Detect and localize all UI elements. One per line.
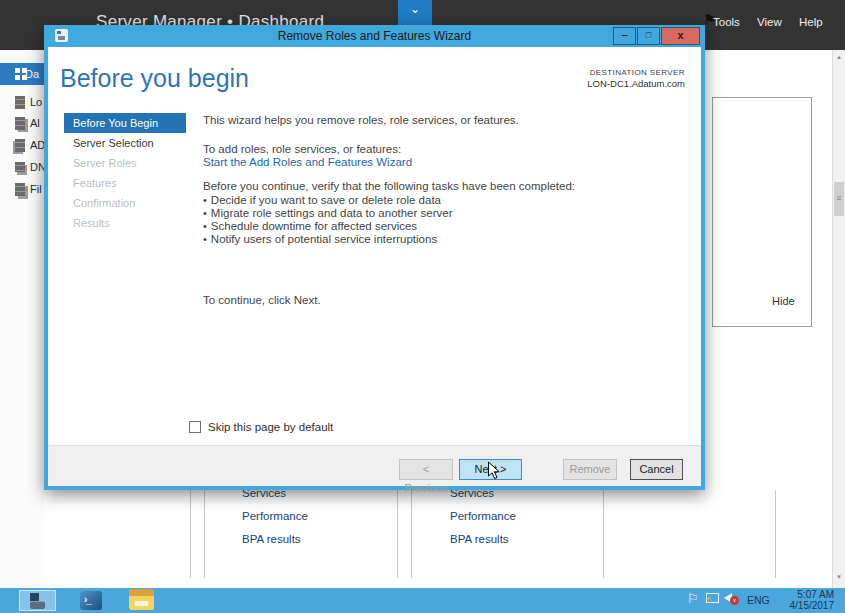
destination-server-value: LON-DC1.Adatum.com: [587, 78, 685, 89]
sidebar-item-all-servers[interactable]: Al: [0, 112, 44, 134]
network-status-icon[interactable]: ⚠: [706, 593, 719, 603]
tile-divider: [204, 490, 205, 578]
task-item: •Migrate role settings and data to anoth…: [203, 207, 453, 219]
file-explorer-body: [129, 596, 154, 610]
language-indicator[interactable]: ENG: [747, 594, 770, 606]
scrollbar-thumb[interactable]: ≡: [834, 182, 844, 216]
remove-roles-wizard-dialog: Remove Roles and Features Wizard – □ x B…: [44, 25, 705, 490]
bullet: •: [203, 194, 207, 206]
file-explorer-icon[interactable]: [129, 589, 154, 610]
dashboard-grid-icon: [15, 68, 20, 73]
step-results: Results: [64, 213, 186, 233]
menu-view[interactable]: View: [757, 16, 782, 28]
server-manager-toolbox-icon: [30, 601, 45, 609]
mute-badge: x: [730, 596, 739, 605]
sidebar-item-label: Da: [25, 68, 39, 80]
wizard-steps: Before You Begin Server Selection Server…: [64, 113, 186, 233]
clock[interactable]: 5:07 AM 4/15/2017: [780, 589, 834, 611]
bullet: •: [203, 207, 207, 219]
step-server-selection[interactable]: Server Selection: [64, 133, 186, 153]
skip-page-checkbox[interactable]: [189, 421, 201, 433]
scrollbar-up-icon[interactable]: ▲: [833, 54, 845, 60]
page-title: Before you begin: [60, 64, 249, 93]
volume-muted-icon[interactable]: x: [724, 593, 732, 603]
sidebar-item-dashboard[interactable]: Da: [0, 63, 44, 85]
intro-text: This wizard helps you remove roles, role…: [203, 114, 519, 126]
tile-divider: [603, 490, 604, 578]
server-manager-sidebar: Da Lo Al AD DN Fil: [0, 50, 44, 588]
tile-divider: [775, 490, 776, 578]
taskbar: ›_ ⚐ ⚠ x ENG 5:07 AM 4/15/2017: [0, 588, 845, 613]
powershell-icon[interactable]: ›_: [80, 591, 102, 610]
action-center-flag-icon[interactable]: ⚐: [687, 591, 699, 606]
sidebar-item-label: DN: [30, 161, 44, 173]
add-roles-text: To add roles, role services, or features…: [203, 143, 401, 155]
previous-button[interactable]: < Previous: [399, 459, 453, 480]
menu-help[interactable]: Help: [799, 16, 823, 28]
task-item: •Notify users of potential service inter…: [203, 233, 437, 245]
step-features: Features: [64, 173, 186, 193]
destination-server-block: DESTINATION SERVER LON-DC1.Adatum.com: [587, 67, 685, 89]
file-explorer-flap: [129, 589, 154, 596]
tile-divider: [397, 490, 398, 578]
maximize-icon[interactable]: □: [637, 27, 660, 45]
dialog-button-bar: < Previous Next > Remove Cancel: [48, 445, 701, 486]
dns-icon: [15, 162, 25, 172]
skip-page-label: Skip this page by default: [208, 421, 333, 433]
scrollbar[interactable]: ▲ ≡ ▼: [832, 50, 845, 588]
notifications-chevron-icon[interactable]: ⌄: [398, 0, 432, 26]
sidebar-item-file-storage[interactable]: Fil: [0, 178, 44, 200]
step-confirmation: Confirmation: [64, 193, 186, 213]
sidebar-item-ad-ds[interactable]: AD: [0, 134, 44, 156]
tile-link-performance[interactable]: Performance: [450, 510, 516, 522]
network-warning-icon: ⚠: [704, 595, 712, 605]
file-storage-icon: [15, 183, 25, 196]
destination-server-label: DESTINATION SERVER: [587, 67, 685, 78]
cancel-button[interactable]: Cancel: [630, 459, 683, 480]
scrollbar-down-icon[interactable]: ▼: [833, 574, 845, 580]
tile-link-bpa-results[interactable]: BPA results: [242, 533, 301, 545]
sidebar-item-label: Lo: [30, 96, 42, 108]
bullet: •: [203, 220, 207, 232]
clock-date: 4/15/2017: [780, 600, 834, 611]
task-item: •Decide if you want to save or delete ro…: [203, 194, 441, 206]
clock-time: 5:07 AM: [780, 589, 834, 600]
tile-divider: [190, 490, 191, 578]
bullet: •: [203, 233, 207, 245]
dialog-titlebar[interactable]: Remove Roles and Features Wizard – □ x: [44, 25, 705, 47]
dialog-body: Before you begin DESTINATION SERVER LON-…: [48, 47, 701, 445]
minimize-icon[interactable]: –: [613, 27, 636, 45]
verify-text: Before you continue, verify that the fol…: [203, 180, 575, 192]
cursor-icon: [487, 461, 501, 485]
hide-link[interactable]: Hide: [772, 295, 795, 307]
continue-text: To continue, click Next.: [203, 294, 321, 306]
tile-link-bpa-results[interactable]: BPA results: [450, 533, 509, 545]
step-server-roles: Server Roles: [64, 153, 186, 173]
local-server-icon: [15, 96, 25, 109]
welcome-tile: [712, 97, 812, 327]
server-manager-taskbar-button[interactable]: [19, 590, 56, 611]
ad-ds-icon: [15, 139, 25, 152]
step-before-you-begin[interactable]: Before You Begin: [64, 113, 186, 133]
menu-tools[interactable]: Tools: [713, 16, 740, 28]
tile-divider: [411, 490, 412, 578]
remove-button[interactable]: Remove: [563, 459, 617, 480]
add-roles-link[interactable]: Start the Add Roles and Features Wizard: [203, 156, 412, 168]
sidebar-item-label: Fil: [30, 183, 42, 195]
sidebar-item-local-server[interactable]: Lo: [0, 91, 44, 113]
server-manager-taskbar-icon: [30, 593, 39, 601]
tile-link-performance[interactable]: Performance: [242, 510, 308, 522]
sidebar-item-label: AD: [30, 139, 44, 151]
close-icon[interactable]: x: [661, 27, 700, 45]
task-item: •Schedule downtime for affected services: [203, 220, 417, 232]
sidebar-item-dns[interactable]: DN: [0, 156, 44, 178]
sidebar-item-label: Al: [30, 117, 40, 129]
dialog-title: Remove Roles and Features Wizard: [44, 29, 705, 43]
all-servers-icon: [15, 117, 25, 130]
